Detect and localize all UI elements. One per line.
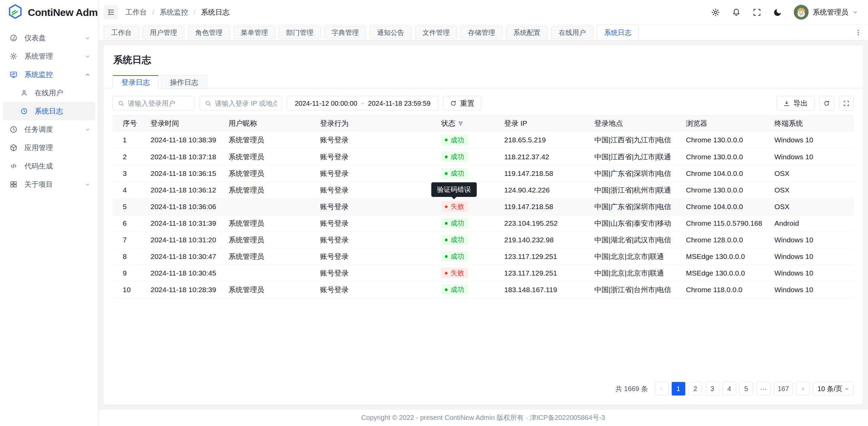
breadcrumb-item[interactable]: 系统监控 [160, 7, 188, 17]
cell-status: 成功 [437, 148, 500, 165]
cell-behavior: 账号登录 [316, 281, 437, 298]
cell-nickname: 系统管理员 [224, 165, 316, 182]
column-header: 终端系统 [770, 115, 854, 132]
nav-tabs-bar: 工作台用户管理角色管理菜单管理部门管理字典管理通知公告文件管理存储管理系统配置在… [98, 25, 868, 41]
sidebar-item-system-management[interactable]: 系统管理 [3, 47, 95, 65]
cell-status: 成功 [437, 165, 500, 182]
column-header-label: 序号 [123, 119, 137, 128]
pagination-page-button[interactable]: 5 [739, 382, 753, 395]
breadcrumb-item[interactable]: 工作台 [125, 7, 147, 17]
chevron-down-icon [85, 127, 91, 133]
pagination-page-button[interactable]: 167 [774, 382, 793, 395]
sidebar-item-code-generation[interactable]: 代码生成 [3, 157, 95, 175]
pagination-next-button[interactable] [796, 382, 810, 395]
table-row: 92024-11-18 10:30:45账号登录失败123.117.129.25… [113, 265, 854, 281]
fullscreen-button[interactable] [752, 8, 762, 17]
nav-tab-sys-config[interactable]: 系统配置 [506, 26, 548, 39]
sidebar-collapse-button[interactable] [104, 5, 118, 19]
login-ip-search-input[interactable] [200, 96, 282, 111]
chevron-down-icon [85, 182, 91, 187]
status-dot-icon [445, 255, 448, 258]
cell-index: 7 [113, 231, 146, 248]
cell-location: 中国|北京|北京市|联通 [590, 248, 682, 265]
status-badge: 失败 [441, 201, 468, 212]
sidebar-subitem-system-logs[interactable]: 系统日志 [3, 102, 95, 120]
main-column: 工作台/系统监控/系统日志 系统管理员 工作台用户管理角色管理菜单管理部门管理字… [98, 0, 868, 426]
app-logo[interactable]: ContiNew Admin [0, 0, 98, 25]
filter-icon[interactable] [458, 121, 463, 126]
pagination-page-button[interactable]: 2 [689, 382, 702, 395]
page-title: 系统日志 [113, 54, 854, 66]
sidebar-item-task-scheduler[interactable]: 任务调度 [3, 120, 95, 139]
sidebar-item-dashboard[interactable]: 仪表盘 [3, 29, 95, 47]
sidebar-item-label: 在线用户 [35, 88, 91, 98]
pagination-prev-button[interactable] [655, 382, 668, 395]
nav-tab-storage-mgmt[interactable]: 存储管理 [460, 26, 502, 39]
sidebar-item-app-management[interactable]: 应用管理 [3, 139, 95, 157]
nav-tab-menu-mgmt[interactable]: 菜单管理 [233, 26, 275, 39]
sidebar-item-about-project[interactable]: 关于项目 [3, 175, 95, 194]
cell-time: 2024-11-18 10:30:45 [146, 265, 224, 281]
more-vertical-icon[interactable] [854, 29, 862, 36]
cell-os: OSX [770, 182, 854, 198]
cell-browser: Chrome 130.0.0.0 [682, 182, 770, 198]
status-badge: 失败 [441, 268, 468, 278]
log-type-tabs: 登录日志操作日志 [113, 75, 854, 89]
login-log-table-wrap: 序号登录时间用户昵称登录行为状态登录 IP登录地点浏览器终端系统 12024-1… [113, 115, 854, 298]
date-range-picker[interactable]: 2024-11-12 00:00:00 - 2024-11-18 23:59:5… [287, 96, 438, 111]
monitor-icon [9, 70, 18, 79]
sidebar-item-label: 仪表盘 [24, 33, 78, 43]
expand-icon [843, 100, 850, 107]
tab-operation-log[interactable]: 操作日志 [161, 75, 207, 89]
pagination-page-current[interactable]: 1 [672, 382, 685, 395]
nav-tab-online-users[interactable]: 在线用户 [551, 26, 593, 39]
page-size-select[interactable]: 10 条/页 [813, 382, 854, 395]
footer: Copyright © 2022 - present ContiNew Admi… [98, 409, 868, 426]
cell-browser: Chrome 118.0.0.0 [682, 281, 770, 298]
cell-nickname [224, 265, 316, 281]
cell-browser: Chrome 128.0.0.0 [682, 231, 770, 248]
column-header-label: 登录地点 [594, 119, 623, 128]
nav-tab-system-logs[interactable]: 系统日志 [597, 25, 639, 40]
page-size-label: 10 条/页 [817, 384, 842, 393]
status-error-tooltip: 验证码错误 [431, 182, 477, 197]
nav-tab-role-mgmt[interactable]: 角色管理 [188, 26, 230, 39]
breadcrumb-item[interactable]: 系统日志 [201, 7, 230, 17]
login-user-search-input[interactable] [113, 96, 195, 111]
user-menu[interactable]: 系统管理员 [794, 5, 858, 20]
pagination-page-button[interactable]: 3 [706, 382, 719, 395]
nav-tab-dept-mgmt[interactable]: 部门管理 [279, 26, 321, 39]
tab-login-log[interactable]: 登录日志 [113, 75, 159, 89]
dark-mode-button[interactable] [773, 8, 782, 17]
login-ip-input[interactable] [215, 100, 277, 107]
settings-button[interactable] [711, 8, 720, 17]
login-user-input[interactable] [128, 100, 190, 107]
sidebar-item-system-monitor[interactable]: 系统监控 [3, 65, 95, 84]
notifications-button[interactable] [732, 8, 741, 17]
status-badge: 成功 [441, 218, 468, 228]
nav-tab-user-mgmt[interactable]: 用户管理 [142, 26, 184, 39]
column-header: 序号 [113, 115, 146, 132]
nav-tab-notice[interactable]: 通知公告 [370, 26, 412, 39]
nav-tab-dict-mgmt[interactable]: 字典管理 [324, 26, 366, 39]
cell-browser: Chrome 104.0.0.0 [682, 198, 770, 215]
column-header-label: 登录 IP [504, 119, 527, 128]
export-button[interactable]: 导出 [776, 96, 814, 111]
pagination-page-button[interactable]: 4 [723, 382, 736, 395]
pagination-page-button[interactable]: ··· [756, 382, 771, 395]
nav-tab-workbench[interactable]: 工作台 [104, 26, 139, 39]
date-range-end: 2024-11-18 23:59:59 [365, 100, 433, 107]
cell-os: Windows 10 [770, 132, 854, 148]
refresh-button[interactable] [819, 96, 834, 111]
table-header-row: 序号登录时间用户昵称登录行为状态登录 IP登录地点浏览器终端系统 [113, 115, 854, 132]
cell-time: 2024-11-18 10:28:39 [146, 281, 224, 298]
dashboard-icon [9, 34, 18, 42]
table-fullscreen-button[interactable] [839, 96, 854, 111]
nav-tab-file-mgmt[interactable]: 文件管理 [415, 26, 457, 39]
table-row: 72024-11-18 10:31:20系统管理员账号登录成功219.140.2… [113, 231, 854, 248]
reset-button[interactable]: 重置 [443, 96, 481, 111]
cell-behavior: 账号登录 [316, 182, 437, 198]
sidebar-subitem-online-users[interactable]: 在线用户 [3, 84, 95, 102]
table-row: 62024-11-18 10:31:39系统管理员账号登录成功223.104.1… [113, 215, 854, 231]
cell-nickname: 系统管理员 [224, 215, 316, 231]
